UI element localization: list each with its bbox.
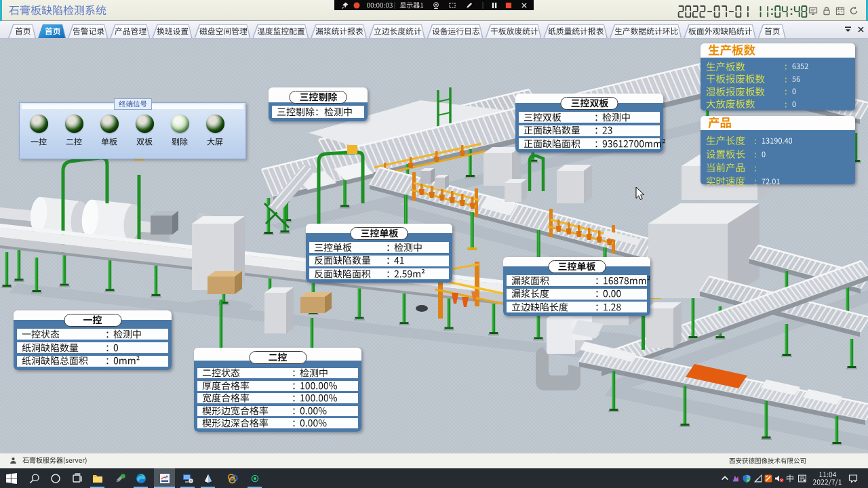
tab-8[interactable] <box>369 24 425 38</box>
refresh-icon[interactable] <box>849 6 859 16</box>
terminal-signal-4 <box>162 115 197 146</box>
status-company <box>729 458 806 464</box>
tray-shield-icon[interactable] <box>743 474 751 483</box>
application-window <box>0 0 868 488</box>
tab-bar <box>0 21 868 39</box>
info-row-value <box>602 113 631 123</box>
clock-time <box>755 5 808 18</box>
recorder-monitor <box>399 1 424 9</box>
info-panel-yikong <box>14 310 172 370</box>
signal-lamp-icon <box>206 115 224 133</box>
stat-row-label <box>706 176 754 186</box>
tray-ime[interactable] <box>786 474 794 483</box>
tab-label <box>374 27 422 36</box>
titlebar-icons <box>808 6 859 16</box>
record-dot-icon <box>354 2 360 8</box>
info-row-label <box>511 289 549 299</box>
webcam-icon[interactable] <box>433 1 440 9</box>
stats-panel-body <box>701 130 855 184</box>
digital-clock <box>677 5 808 18</box>
info-row <box>309 256 449 266</box>
terminal-signal-panel <box>19 102 246 159</box>
stat-row-value <box>762 178 781 186</box>
tab-12[interactable] <box>610 24 682 38</box>
tab-4[interactable] <box>152 24 192 38</box>
signal-lamp-icon <box>100 115 119 133</box>
recorder-toolbar <box>334 0 534 10</box>
stat-row-colon <box>785 100 787 109</box>
info-row-value <box>324 107 353 117</box>
tab-13[interactable] <box>684 24 755 38</box>
info-row <box>519 125 660 136</box>
stop-icon[interactable] <box>505 1 513 9</box>
close-icon[interactable] <box>521 1 528 9</box>
info-row-label <box>524 113 561 123</box>
signal-label <box>101 138 117 146</box>
tab-controls <box>844 22 864 35</box>
info-row-value <box>394 256 405 266</box>
info-row-label <box>202 368 240 378</box>
info-row-label <box>314 269 371 279</box>
tab-7[interactable] <box>311 24 367 38</box>
tab-5[interactable] <box>195 24 251 38</box>
info-panel-sankong-shuangban <box>515 94 663 152</box>
tab-11[interactable] <box>543 24 608 38</box>
terminal-signal-1 <box>56 115 92 146</box>
tab-0[interactable] <box>8 24 36 38</box>
tab-scroll-icon[interactable] <box>844 22 852 35</box>
tab-close-icon[interactable] <box>858 22 864 35</box>
tray-keyboard-icon[interactable] <box>798 474 807 483</box>
pin-icon[interactable] <box>342 1 349 9</box>
info-row <box>309 268 449 279</box>
stat-row-value <box>792 87 796 96</box>
monitor-icon[interactable] <box>808 6 818 16</box>
info-row <box>17 342 168 353</box>
stat-row-label <box>706 74 785 84</box>
tab-1[interactable] <box>38 24 66 38</box>
tray-clock[interactable] <box>812 470 842 485</box>
info-panel-sankong-danban-right <box>503 257 650 316</box>
calendar-icon[interactable] <box>835 6 845 16</box>
info-row <box>197 368 358 378</box>
stat-row <box>706 161 855 175</box>
info-row-value <box>113 329 142 340</box>
info-row-value <box>300 381 338 391</box>
tray-color-icon[interactable] <box>732 474 741 483</box>
tab-10[interactable] <box>486 24 542 38</box>
region-icon[interactable] <box>449 1 456 9</box>
stat-row-colon <box>754 150 757 159</box>
tray-mute-icon[interactable] <box>774 474 784 483</box>
info-row-value <box>603 276 651 286</box>
info-row-label <box>277 107 315 117</box>
info-row-value <box>603 289 621 299</box>
pause-icon[interactable] <box>491 1 498 9</box>
tab-label <box>73 27 104 36</box>
lock-icon[interactable] <box>822 6 831 16</box>
tray-expand-icon[interactable] <box>721 474 730 483</box>
tab-14[interactable] <box>758 24 786 38</box>
stat-row <box>706 175 855 188</box>
window-title <box>9 5 106 16</box>
info-panel-sankong-tichu <box>269 87 368 121</box>
tray-signal-icon[interactable] <box>754 474 763 483</box>
pen-icon[interactable] <box>466 1 473 9</box>
info-panel-body <box>269 102 368 121</box>
info-row-label <box>202 418 269 428</box>
tab-2[interactable] <box>68 24 108 38</box>
info-row <box>507 289 647 300</box>
tab-9[interactable] <box>427 24 484 38</box>
stat-row-colon <box>785 87 787 96</box>
stat-row-label <box>706 87 785 97</box>
info-row-value <box>300 406 327 416</box>
info-row <box>197 406 358 416</box>
tray-notification-icon[interactable] <box>848 474 859 483</box>
stat-row-colon <box>785 75 787 84</box>
signal-lamp-icon <box>171 115 189 133</box>
tab-6[interactable] <box>252 24 309 38</box>
tab-3[interactable] <box>110 24 150 38</box>
tab-label <box>688 27 752 36</box>
tab-label <box>614 27 678 36</box>
tray-gpu-icon[interactable] <box>764 474 773 483</box>
info-row <box>309 242 449 253</box>
info-row <box>519 112 660 123</box>
